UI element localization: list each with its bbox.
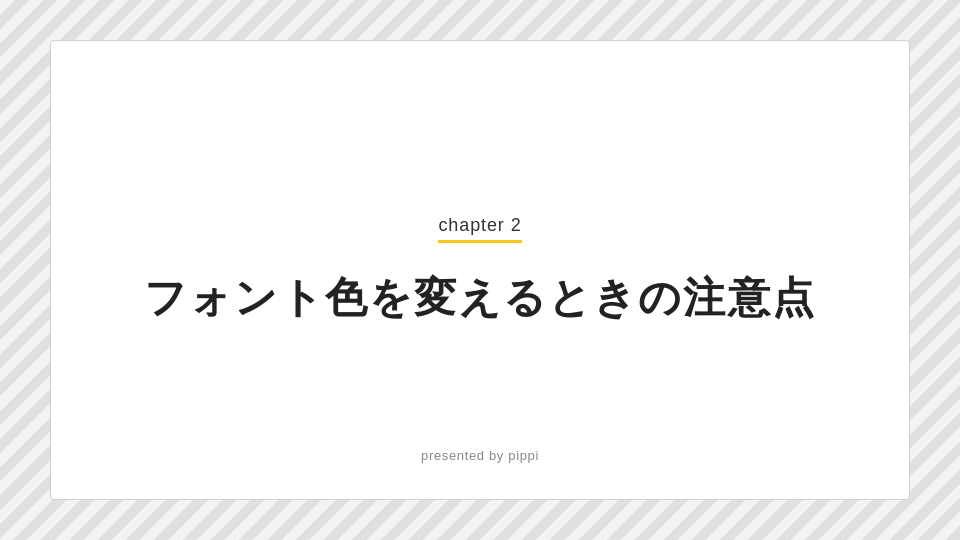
chapter-label-wrapper: chapter 2 [438,215,521,243]
outer-background: chapter 2 フォント色を変えるときの注意点 presented by p… [0,0,960,540]
slide-card: chapter 2 フォント色を変えるときの注意点 presented by p… [50,40,910,500]
chapter-underline [438,240,521,243]
main-title: フォント色を変えるときの注意点 [144,271,816,326]
chapter-label: chapter 2 [438,215,521,236]
footer-text: presented by pippi [421,448,539,463]
